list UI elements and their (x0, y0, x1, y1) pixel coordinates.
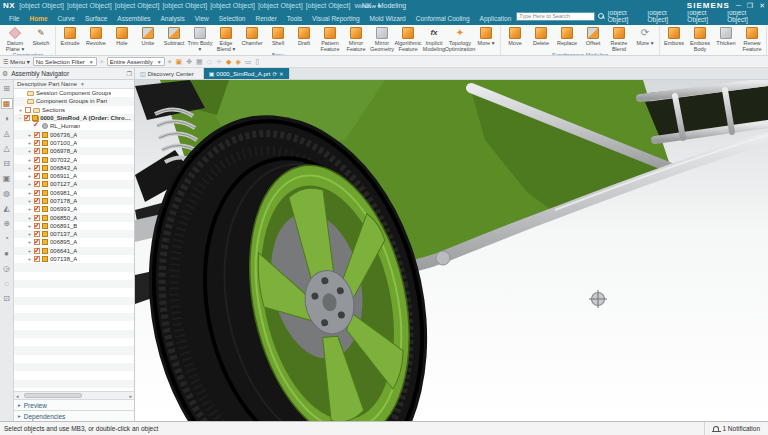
notification-area[interactable]: 1 Notification (704, 422, 768, 435)
ribbon-tab[interactable]: Curve (53, 13, 80, 25)
quick-access-icon[interactable]: [object Object] (162, 2, 207, 9)
expander-icon[interactable]: + (27, 173, 32, 179)
expander-icon[interactable]: - (18, 115, 22, 121)
ribbon-button[interactable]: Algorithmic Feature (395, 26, 421, 52)
ribbon-tab[interactable]: Tools (282, 13, 307, 25)
tree-row[interactable]: - 0000_SimRod_A (Order: Chronological) (14, 114, 134, 122)
toolbar-icon[interactable]: ⌖ (168, 58, 172, 65)
expander-icon[interactable]: + (27, 215, 32, 221)
checkbox[interactable] (34, 206, 40, 212)
toolbar-icon[interactable]: ✥ (186, 58, 192, 65)
expander-icon[interactable]: + (27, 181, 32, 187)
ribbon-button[interactable]: Replace (554, 26, 580, 52)
ribbon-tab[interactable]: Application (475, 13, 517, 25)
tree-row[interactable]: RL_Human (14, 122, 134, 130)
toolbar-icon[interactable]: ◆ (226, 58, 231, 65)
quick-access-icon[interactable]: [object Object] (115, 2, 160, 9)
resource-bar-icon[interactable]: ▦ (1, 98, 13, 109)
tree-row[interactable]: + 006911_A (14, 172, 134, 180)
resource-bar-icon[interactable]: ▣ (1, 173, 13, 184)
preview-section[interactable]: ▸ Preview (14, 399, 134, 410)
expander-icon[interactable]: + (27, 256, 32, 262)
tree-row[interactable]: + 006981_A (14, 189, 134, 197)
viewport-3d[interactable] (135, 80, 768, 421)
menu-button[interactable]: ☰ Menu ▾ (3, 58, 30, 65)
ribbon-button[interactable]: ✎ Sketch (28, 26, 54, 52)
checkbox[interactable] (34, 239, 40, 245)
tab-close-icon[interactable]: ✕ (279, 71, 284, 77)
titlebar-tool-icon[interactable]: [object Object] (648, 9, 685, 23)
ribbon-button[interactable]: Renew Feature (739, 26, 765, 52)
checkbox[interactable] (25, 107, 31, 113)
checkbox[interactable] (34, 256, 40, 262)
tree-row[interactable]: + 007137_A (14, 230, 134, 238)
resource-bar-icon[interactable]: ◬ (1, 128, 13, 139)
ribbon-button[interactable]: Draft (291, 26, 317, 52)
ribbon-button[interactable]: Datum Plane ▾ (2, 26, 28, 52)
tree-row[interactable]: + 006736_A (14, 130, 134, 138)
resource-bar-icon[interactable]: △ (1, 143, 13, 154)
checkbox[interactable] (34, 215, 40, 221)
document-tab[interactable]: ◫ Discovery Center (135, 68, 204, 79)
checkbox[interactable] (34, 132, 40, 138)
ribbon-button[interactable]: Trim Body ▾ (187, 26, 213, 52)
ribbon-button[interactable]: Subtract (161, 26, 187, 52)
tree-row[interactable]: + 007138_A (14, 255, 134, 263)
expander-icon[interactable]: + (27, 223, 32, 229)
ribbon-tab[interactable]: Conformal Cooling (411, 13, 475, 25)
tree-row[interactable]: + 007178_A (14, 197, 134, 205)
ribbon-button[interactable]: Emboss (661, 26, 687, 52)
resource-bar-icon[interactable]: ◌ (1, 278, 13, 289)
ribbon-tab[interactable]: Surface (80, 13, 112, 25)
tree-row[interactable]: Session Component Groups (14, 89, 134, 97)
tree-row[interactable]: + 006641_A (14, 247, 134, 255)
toolbar-icon[interactable]: ▭ (245, 58, 252, 65)
ribbon-button[interactable]: More ▾ (473, 26, 499, 52)
quick-access-icon[interactable]: [object Object] (19, 2, 64, 9)
toolbar-icon[interactable]: ◈ (235, 58, 240, 65)
tree-row[interactable]: + 006978_A (14, 147, 134, 155)
expander-icon[interactable]: + (27, 190, 32, 196)
document-tab[interactable]: ▣ 0000_SimRod_A.prt ⟳ ✕ (204, 68, 290, 79)
tree-row[interactable]: + 007100_A (14, 139, 134, 147)
ribbon-tab[interactable]: Assemblies (112, 13, 155, 25)
ribbon-tab[interactable]: File (4, 13, 24, 25)
resource-bar-icon[interactable]: ⊟ (1, 158, 13, 169)
quick-access-icon[interactable]: [object Object] (210, 2, 255, 9)
ribbon-button[interactable]: Emboss Body (687, 26, 713, 52)
checkbox[interactable] (34, 198, 40, 204)
ribbon-tab[interactable]: Mold Wizard (365, 13, 411, 25)
quick-access-icon[interactable]: [object Object] (306, 2, 351, 9)
ribbon-tab[interactable]: Render (250, 13, 281, 25)
ribbon-button[interactable]: Move (502, 26, 528, 52)
resource-bar-icon[interactable]: ⊕ (1, 218, 13, 229)
scroll-left-icon[interactable]: ◂ (14, 393, 21, 399)
checkbox[interactable] (34, 181, 40, 187)
ribbon-button[interactable]: ⟳ More ▾ (632, 26, 658, 52)
expander-icon[interactable]: + (27, 140, 32, 146)
ribbon-tab[interactable]: Analysis (156, 13, 190, 25)
ribbon-button[interactable]: ✦ Topology Optimization (447, 26, 473, 52)
ribbon-button[interactable]: Unite (135, 26, 161, 52)
expander-icon[interactable]: + (27, 206, 32, 212)
checkbox[interactable] (34, 231, 40, 237)
tree-column-header[interactable]: Descriptive Part Name ▼ (14, 80, 134, 89)
snap-icon[interactable]: ⌖ (100, 58, 104, 65)
expander-icon[interactable]: + (27, 198, 32, 204)
resource-bar-icon[interactable]: ◶ (1, 263, 13, 274)
tree-row[interactable]: + 006993_A (14, 205, 134, 213)
checkbox[interactable] (34, 223, 40, 229)
close-button[interactable]: ✕ (759, 2, 765, 10)
quick-access-icon[interactable]: [object Object] (67, 2, 112, 9)
checkbox[interactable] (34, 140, 40, 146)
checkbox[interactable] (24, 115, 30, 121)
checkbox[interactable] (34, 248, 40, 254)
toolbar-icon[interactable]: ✛ (216, 58, 222, 65)
toolbar-icon[interactable]: ▣ (176, 58, 183, 65)
ribbon-button[interactable]: Revolve (83, 26, 109, 52)
expander-icon[interactable]: + (27, 132, 32, 138)
ribbon-button[interactable]: Edge Blend ▾ (213, 26, 239, 52)
tree-row[interactable]: + 007032_A (14, 155, 134, 163)
ribbon-button[interactable]: Hole (109, 26, 135, 52)
dock-panel-icon[interactable]: ❐ (127, 70, 132, 77)
